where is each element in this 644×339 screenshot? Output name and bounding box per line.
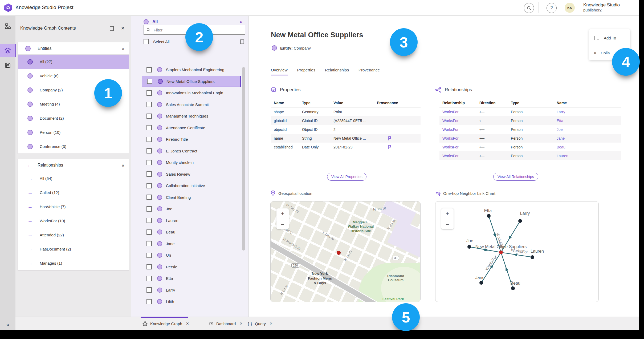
list-item[interactable]: Montly check-in bbox=[142, 157, 241, 168]
rel-filter-all[interactable]: → All (54) bbox=[18, 171, 129, 185]
list-item[interactable]: Joe bbox=[142, 203, 241, 215]
table-row[interactable]: WorksFor⟵PersonJoe bbox=[439, 125, 621, 134]
close-tab-icon[interactable]: ✕ bbox=[186, 321, 189, 326]
table-row[interactable]: WorksFor⟵PersonBeau bbox=[439, 143, 621, 151]
list-item[interactable]: Larry bbox=[142, 284, 241, 296]
app-logo-icon[interactable] bbox=[4, 3, 12, 12]
provenance-flag-icon[interactable] bbox=[388, 136, 392, 141]
view-all-properties-button[interactable]: View All Properties bbox=[327, 173, 366, 181]
list-item[interactable]: Collaboration initiative bbox=[142, 180, 241, 192]
item-checkbox[interactable] bbox=[146, 90, 152, 96]
zoom-out-button[interactable]: − bbox=[441, 219, 454, 229]
list-scrollbar[interactable] bbox=[242, 67, 245, 251]
tab-dashboard[interactable]: Dashboard ✕ bbox=[209, 317, 243, 330]
close-panel-button[interactable]: ✕ bbox=[121, 26, 125, 31]
list-item[interactable]: Jane bbox=[142, 238, 241, 250]
list-item[interactable]: Lauren bbox=[142, 215, 241, 227]
list-item[interactable]: Uri bbox=[142, 249, 241, 261]
entity-location-marker[interactable] bbox=[337, 251, 341, 255]
entity-filter-all[interactable]: All (27) bbox=[18, 55, 129, 69]
graph-node[interactable] bbox=[511, 286, 515, 290]
item-checkbox[interactable] bbox=[146, 114, 152, 119]
list-item-selected[interactable]: New Metal Office Suppliers bbox=[142, 76, 241, 87]
tab-properties[interactable]: Properties bbox=[297, 68, 315, 75]
collapse-menu-item[interactable]: » Colla bbox=[594, 50, 610, 55]
list-item[interactable]: Lilith bbox=[142, 296, 241, 308]
item-checkbox[interactable] bbox=[147, 79, 152, 84]
table-row[interactable]: establishedDate Only2014-01-23 bbox=[271, 143, 421, 151]
table-row[interactable]: objectidObject ID2 bbox=[271, 125, 421, 134]
relationships-section-header[interactable]: → Relationships ∧ bbox=[18, 159, 129, 171]
table-row[interactable]: nameStringNew Metal Office ... bbox=[271, 134, 421, 143]
collapse-panel-button[interactable]: « bbox=[240, 19, 243, 25]
view-all-relationships-button[interactable]: View All Relationships bbox=[493, 173, 538, 181]
avatar[interactable]: KS bbox=[565, 3, 575, 13]
link-chart-canvas[interactable]: WorksFor WorksFor WorksFor Etta Larry J bbox=[435, 201, 598, 302]
rel-filter-hasvehicle[interactable]: → HasVehicle (7) bbox=[18, 200, 129, 214]
list-item[interactable]: Sales Associate Summit bbox=[142, 99, 241, 111]
item-checkbox[interactable] bbox=[146, 148, 152, 154]
table-row[interactable]: WorksFor⟵PersonLauren bbox=[439, 151, 621, 160]
add-to-menu-item[interactable]: Add To bbox=[594, 35, 616, 41]
entity-filter-document[interactable]: Document (2) bbox=[18, 111, 129, 125]
edit-title-pencil-icon[interactable] bbox=[69, 5, 74, 10]
geospatial-map[interactable]: W Clay St N 3rd St N 4th St Maggie L. Wa… bbox=[270, 201, 421, 302]
item-checkbox[interactable] bbox=[146, 206, 152, 212]
chevron-up-icon[interactable]: ∧ bbox=[122, 163, 124, 167]
item-checkbox[interactable] bbox=[146, 171, 152, 177]
item-checkbox[interactable] bbox=[146, 102, 152, 107]
rel-filter-attended[interactable]: → Attended (22) bbox=[18, 228, 129, 242]
item-checkbox[interactable] bbox=[146, 137, 152, 142]
close-tab-icon[interactable]: ✕ bbox=[270, 321, 273, 326]
item-checkbox[interactable] bbox=[146, 160, 152, 165]
rel-filter-hasdocument[interactable]: → HasDocument (2) bbox=[18, 242, 129, 256]
zoom-in-button[interactable]: + bbox=[276, 208, 289, 219]
select-all-checkbox[interactable] bbox=[144, 39, 149, 44]
list-item[interactable]: Innovations in Mechanical Engin... bbox=[142, 87, 241, 99]
tab-knowledge-graph[interactable]: Knowledge Graph ✕ bbox=[142, 317, 189, 330]
list-item[interactable]: Staplers Mechanical Engineering bbox=[142, 64, 241, 76]
entity-filter-conference[interactable]: Conference (3) bbox=[18, 139, 129, 154]
table-row[interactable]: WorksFor⟵PersonJane bbox=[439, 134, 621, 143]
item-checkbox[interactable] bbox=[146, 299, 152, 304]
close-tab-icon[interactable]: ✕ bbox=[239, 321, 243, 326]
table-row[interactable]: WorksFor⟵PersonLarry bbox=[439, 107, 621, 116]
table-row[interactable]: shapeGeometryPoint bbox=[271, 107, 421, 116]
list-item[interactable]: Persie bbox=[142, 261, 241, 273]
item-checkbox[interactable] bbox=[146, 241, 152, 246]
help-button[interactable]: ? bbox=[547, 3, 557, 13]
item-checkbox[interactable] bbox=[146, 229, 152, 235]
list-item[interactable]: Attendance Certificate bbox=[142, 122, 241, 134]
zoom-in-button[interactable]: + bbox=[441, 208, 454, 219]
tab-relationships[interactable]: Relationships bbox=[325, 68, 349, 75]
item-checkbox[interactable] bbox=[146, 253, 152, 258]
list-item[interactable]: Beau bbox=[142, 226, 241, 238]
tab-overview[interactable]: Overview bbox=[271, 68, 288, 75]
graph-node[interactable] bbox=[479, 281, 483, 285]
contents-tool-button[interactable] bbox=[0, 44, 15, 57]
graph-node[interactable] bbox=[531, 255, 534, 259]
item-checkbox[interactable] bbox=[146, 67, 152, 72]
list-item[interactable]: Sales Review bbox=[142, 168, 241, 180]
item-checkbox[interactable] bbox=[146, 287, 152, 293]
hierarchy-tool-button[interactable] bbox=[0, 20, 15, 33]
user-identity[interactable]: Knowledge Studio publisher2 bbox=[583, 2, 620, 12]
list-item[interactable]: L. Jones Contract bbox=[142, 145, 241, 157]
graph-node[interactable] bbox=[518, 219, 522, 223]
tab-provenance[interactable]: Provenance bbox=[358, 68, 380, 75]
chevron-up-icon[interactable]: ∧ bbox=[122, 46, 124, 51]
rel-filter-manages[interactable]: → Manages (1) bbox=[18, 256, 129, 270]
expand-rail-button[interactable]: » bbox=[0, 318, 15, 331]
search-button[interactable] bbox=[524, 3, 534, 13]
add-selected-button[interactable] bbox=[240, 39, 245, 45]
tab-query[interactable]: { } Query ✕ bbox=[248, 317, 273, 330]
item-checkbox[interactable] bbox=[146, 125, 152, 130]
center-graph-node[interactable] bbox=[499, 251, 503, 254]
item-checkbox[interactable] bbox=[146, 195, 152, 200]
entities-section-header[interactable]: Entities ∧ bbox=[18, 42, 129, 55]
one-hop-link-chart[interactable]: WorksFor WorksFor WorksFor Etta Larry J bbox=[435, 201, 599, 302]
table-row[interactable]: globalidGlobal ID{A228944F-0EF5-... bbox=[271, 116, 421, 125]
rel-filter-worksfor[interactable]: → WorksFor (10) bbox=[18, 214, 129, 228]
item-checkbox[interactable] bbox=[146, 264, 152, 269]
save-tool-button[interactable] bbox=[0, 59, 15, 71]
